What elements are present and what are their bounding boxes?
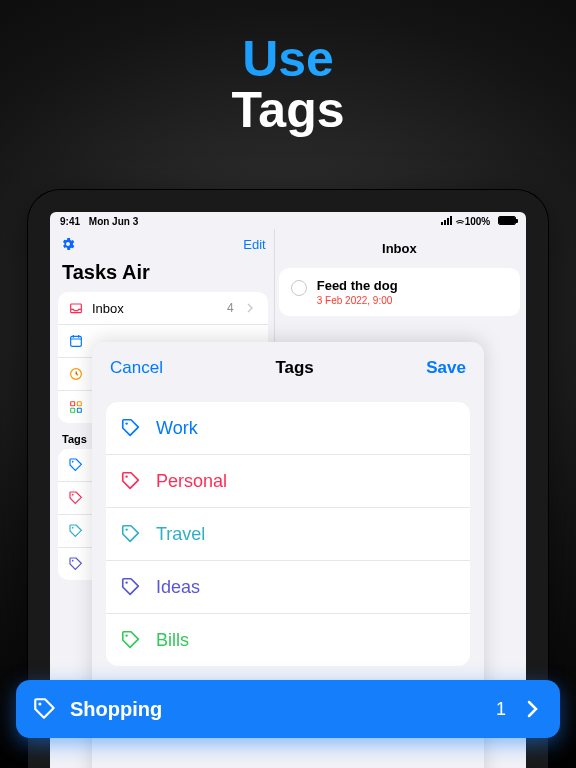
svg-rect-2 bbox=[71, 402, 75, 406]
sheet-title: Tags bbox=[275, 358, 313, 378]
sidebar-item-inbox[interactable]: Inbox 4 bbox=[58, 292, 268, 325]
tag-label: Ideas bbox=[156, 577, 200, 598]
svg-rect-0 bbox=[71, 336, 82, 346]
svg-point-15 bbox=[38, 702, 41, 705]
headline-line-1: Use bbox=[0, 34, 576, 84]
clock-icon bbox=[68, 366, 84, 382]
tag-row[interactable]: Travel bbox=[106, 508, 470, 561]
svg-point-12 bbox=[125, 528, 127, 530]
sidebar-item-count: 4 bbox=[227, 301, 234, 315]
app-title: Tasks Air bbox=[58, 255, 268, 292]
tray-icon bbox=[68, 300, 84, 316]
task-card[interactable]: Feed the dog 3 Feb 2022, 9:00 bbox=[279, 268, 520, 316]
tag-icon bbox=[68, 556, 84, 572]
status-date: Mon Jun 3 bbox=[89, 216, 138, 227]
tag-label: Bills bbox=[156, 630, 189, 651]
marketing-headline: Use Tags bbox=[0, 0, 576, 137]
svg-rect-3 bbox=[77, 402, 81, 406]
task-title: Feed the dog bbox=[317, 278, 398, 293]
headline-line-2: Tags bbox=[0, 84, 576, 137]
chevron-right-icon bbox=[242, 300, 258, 316]
tag-icon bbox=[68, 523, 84, 539]
tags-list: WorkPersonalTravelIdeasBills bbox=[106, 402, 470, 666]
svg-point-13 bbox=[125, 581, 127, 583]
svg-point-9 bbox=[72, 560, 74, 562]
svg-point-6 bbox=[72, 461, 74, 463]
grid-icon bbox=[68, 399, 84, 415]
gear-icon[interactable] bbox=[60, 236, 76, 252]
tag-label: Personal bbox=[156, 471, 227, 492]
svg-point-11 bbox=[125, 475, 127, 477]
svg-rect-4 bbox=[71, 408, 75, 412]
tag-row[interactable]: Work bbox=[106, 402, 470, 455]
tag-icon bbox=[68, 457, 84, 473]
tag-row[interactable]: Ideas bbox=[106, 561, 470, 614]
tag-icon bbox=[68, 490, 84, 506]
chevron-right-icon bbox=[520, 697, 544, 721]
tag-icon bbox=[120, 629, 142, 651]
tag-row[interactable]: Personal bbox=[106, 455, 470, 508]
svg-rect-5 bbox=[77, 408, 81, 412]
main-header: Inbox bbox=[279, 233, 520, 268]
svg-point-7 bbox=[72, 494, 74, 496]
battery-percent: 100% bbox=[465, 216, 491, 227]
status-time: 9:41 bbox=[60, 216, 80, 227]
tag-label: Work bbox=[156, 418, 198, 439]
task-checkbox[interactable] bbox=[291, 280, 307, 296]
tag-icon bbox=[120, 470, 142, 492]
svg-point-14 bbox=[125, 634, 127, 636]
battery-icon bbox=[498, 216, 516, 225]
sidebar-item-label: Inbox bbox=[92, 301, 124, 316]
calendar-icon bbox=[68, 333, 84, 349]
task-due-date: 3 Feb 2022, 9:00 bbox=[317, 295, 398, 306]
cancel-button[interactable]: Cancel bbox=[110, 358, 163, 378]
tag-icon bbox=[32, 696, 58, 722]
svg-point-8 bbox=[72, 527, 74, 529]
tag-icon bbox=[120, 523, 142, 545]
highlight-count: 1 bbox=[496, 699, 506, 720]
highlight-label: Shopping bbox=[70, 698, 484, 721]
tag-icon bbox=[120, 417, 142, 439]
shopping-tag-highlight[interactable]: Shopping 1 bbox=[16, 680, 560, 738]
signal-icon bbox=[441, 216, 452, 225]
tag-row[interactable]: Bills bbox=[106, 614, 470, 666]
edit-button[interactable]: Edit bbox=[243, 237, 265, 252]
svg-point-10 bbox=[125, 422, 127, 424]
save-button[interactable]: Save bbox=[426, 358, 466, 378]
tag-label: Travel bbox=[156, 524, 205, 545]
tag-icon bbox=[120, 576, 142, 598]
status-bar: 9:41 Mon Jun 3 100% bbox=[50, 212, 526, 229]
